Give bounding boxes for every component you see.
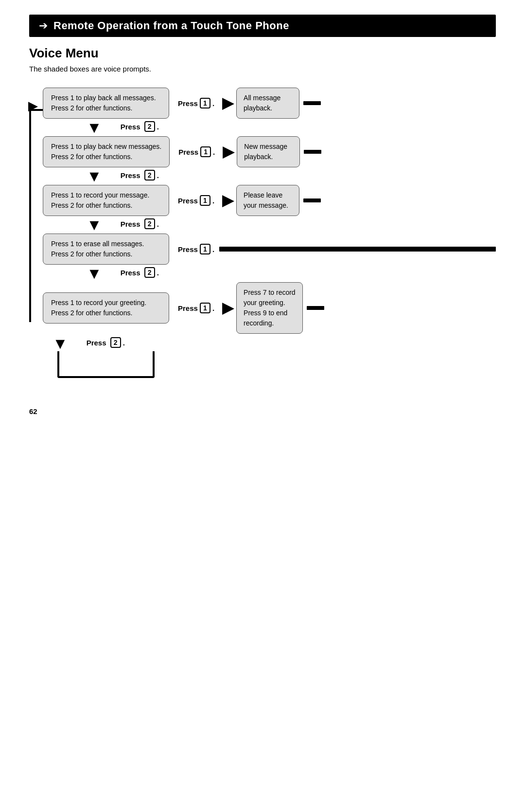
down-arrow-icon-3: ▼ bbox=[87, 217, 102, 233]
down-arrow-row3: ▼ Press 2. bbox=[82, 217, 159, 233]
result-box-2: New messageplayback. bbox=[237, 136, 300, 167]
press-1-label-row2: Press 1. bbox=[178, 146, 215, 157]
result-box-5: Press 7 to recordyour greeting.Press 9 t… bbox=[236, 282, 303, 334]
header-bar: ➔ Remote Operation from a Touch Tone Pho… bbox=[29, 15, 496, 37]
diagram-container: ▶ Press 1 to play back all messages. Pre… bbox=[29, 88, 496, 378]
press-2-label-4: Press 2. bbox=[121, 267, 159, 278]
voice-box-3: Press 1 to record your message. Press 2 … bbox=[43, 185, 169, 216]
key-1-circle-row1: 1 bbox=[200, 98, 210, 108]
voice-box-5: Press 1 to record your greeting. Press 2… bbox=[43, 292, 169, 324]
flow-row-3: Press 1 to record your message. Press 2 … bbox=[43, 185, 496, 216]
section-title: Voice Menu bbox=[29, 46, 496, 61]
down-arrow-icon-5: ▼ bbox=[52, 336, 68, 351]
press-2-label-3: Press 2. bbox=[121, 218, 159, 229]
end-dash-row1 bbox=[303, 101, 321, 105]
key-2-circle-1: 2 bbox=[144, 121, 155, 132]
voice-box-5-line2: Press 2 for other functions. bbox=[51, 309, 132, 317]
voice-box-2-line2: Press 2 for other functions. bbox=[51, 153, 132, 161]
down-arrow-row2: ▼ Press 2. bbox=[82, 168, 159, 184]
voice-box-1-line1: Press 1 to play back all messages. bbox=[51, 94, 156, 102]
voice-box-2-line1: Press 1 to play back new messages. bbox=[51, 143, 161, 150]
key-2-circle-5: 2 bbox=[110, 337, 121, 348]
end-dash-row5 bbox=[307, 306, 324, 310]
voice-box-4-line1: Press 1 to erase all messages. bbox=[51, 240, 144, 248]
flow-column: Press 1 to play back all messages. Press… bbox=[43, 88, 496, 378]
subtitle: The shaded boxes are voice prompts. bbox=[29, 65, 496, 73]
press-text-row4: Press bbox=[178, 245, 198, 253]
down-arrow-icon-4: ▼ bbox=[87, 266, 102, 281]
left-vertical-line bbox=[29, 106, 31, 322]
voice-box-3-line2: Press 2 for other functions. bbox=[51, 201, 132, 209]
press-1-label-row1: Press 1. bbox=[178, 98, 214, 108]
voice-box-3-line1: Press 1 to record your message. bbox=[51, 191, 149, 199]
down-arrow-row4: ▼ Press 2. bbox=[82, 266, 159, 281]
left-top-connector bbox=[29, 109, 43, 111]
key-1-circle-row3: 1 bbox=[200, 195, 210, 206]
key-2-circle-3: 2 bbox=[144, 218, 155, 229]
flow-row-4: Press 1 to erase all messages. Press 2 f… bbox=[43, 234, 496, 265]
erase-thick-line bbox=[219, 247, 496, 252]
flow-row-5: Press 1 to record your greeting. Press 2… bbox=[43, 282, 496, 334]
press-1-label-row5: Press 1. bbox=[178, 303, 214, 313]
arrow-right-row5: ▶ bbox=[222, 301, 233, 315]
press-text-row3: Press bbox=[178, 197, 198, 205]
key-1-circle-row4: 1 bbox=[200, 244, 210, 254]
down-arrow-row1: ▼ Press 2. bbox=[82, 120, 159, 135]
page-number: 62 bbox=[29, 407, 496, 415]
bottom-section: ▼ Press 2. bbox=[48, 334, 155, 378]
press-2-label-2: Press 2. bbox=[121, 170, 159, 180]
voice-box-1-line2: Press 2 for other functions. bbox=[51, 104, 132, 112]
end-dash-row2 bbox=[304, 150, 321, 154]
press-text-row2: Press bbox=[178, 148, 198, 156]
voice-box-2: Press 1 to play back new messages. Press… bbox=[43, 136, 170, 167]
press-text-row1: Press bbox=[178, 99, 198, 108]
arrow-right-row2: ▶ bbox=[223, 144, 234, 159]
key-1-circle-row2: 1 bbox=[200, 146, 211, 157]
flow-row-1: Press 1 to play back all messages. Press… bbox=[43, 88, 496, 119]
arrow-right-row3: ▶ bbox=[222, 193, 233, 208]
result-box-1: All messageplayback. bbox=[236, 88, 299, 119]
press-1-label-row4: Press 1. bbox=[178, 244, 214, 254]
down-arrow-icon-1: ▼ bbox=[87, 120, 102, 135]
voice-box-1: Press 1 to play back all messages. Press… bbox=[43, 88, 169, 119]
bottom-loop-box bbox=[57, 351, 155, 378]
voice-box-5-line1: Press 1 to record your greeting. bbox=[51, 299, 146, 307]
press-2-label-1: Press 2. bbox=[121, 121, 159, 132]
key-2-circle-2: 2 bbox=[144, 170, 155, 180]
header-title: Remote Operation from a Touch Tone Phone bbox=[53, 19, 289, 32]
voice-box-4: Press 1 to erase all messages. Press 2 f… bbox=[43, 234, 169, 265]
result-box-3: Please leaveyour message. bbox=[236, 185, 299, 216]
press-text-row5: Press bbox=[178, 304, 198, 312]
press-1-label-row3: Press 1. bbox=[178, 195, 214, 206]
header-arrow-icon: ➔ bbox=[39, 19, 48, 32]
arrow-right-row1: ▶ bbox=[222, 96, 233, 110]
voice-box-4-line2: Press 2 for other functions. bbox=[51, 250, 132, 258]
key-2-circle-4: 2 bbox=[144, 267, 155, 278]
end-dash-row3 bbox=[303, 198, 321, 202]
key-1-circle-row5: 1 bbox=[200, 303, 210, 313]
press-2-label-5: Press 2. bbox=[87, 337, 125, 348]
down-arrow-icon-2: ▼ bbox=[87, 168, 102, 184]
flow-row-2: Press 1 to play back new messages. Press… bbox=[43, 136, 496, 167]
